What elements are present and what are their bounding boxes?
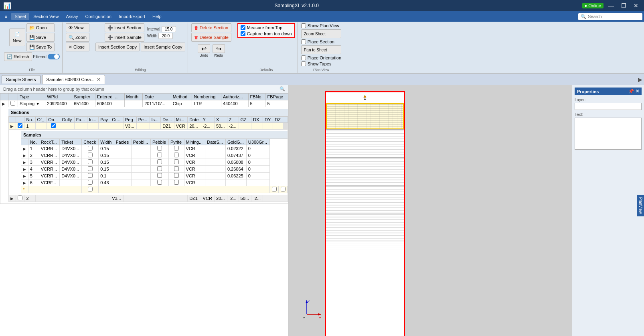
insert-sample-copy-button[interactable]: Insert Sample Copy bbox=[141, 43, 185, 51]
menu-configuration[interactable]: Configuration bbox=[82, 13, 115, 20]
sec2-checkbox[interactable] bbox=[18, 195, 22, 200]
sec-col-pe[interactable]: Pe... bbox=[136, 117, 150, 123]
redo-button[interactable]: ↪ bbox=[213, 44, 225, 53]
add-check[interactable] bbox=[88, 187, 93, 191]
samp-col-facies[interactable]: Facies bbox=[114, 139, 131, 145]
samp-check-cell-0[interactable] bbox=[82, 145, 99, 152]
sec-col-dz[interactable]: DZ bbox=[273, 117, 283, 123]
sample-row-3[interactable]: ▶ 3 VCRR... D4VX0... 0.15 VCR 0.05008 0 bbox=[21, 159, 288, 166]
sec-col-peg[interactable]: Peg bbox=[123, 117, 136, 123]
samp-col-no[interactable]: No. bbox=[28, 139, 39, 145]
sec-col-de[interactable]: De... bbox=[161, 117, 174, 123]
sec-col-gz[interactable]: GZ bbox=[239, 117, 251, 123]
close-view-button[interactable]: ✕ Close bbox=[66, 43, 89, 51]
place-section-checkbox[interactable] bbox=[301, 39, 306, 44]
sec-col-dy[interactable]: DY bbox=[263, 117, 273, 123]
col-sampler[interactable]: Sampler bbox=[72, 94, 95, 100]
save-button[interactable]: 💾 Save bbox=[26, 33, 55, 42]
search-grid-icon[interactable]: 🔍 bbox=[279, 86, 285, 92]
sec-on-cell[interactable] bbox=[47, 123, 60, 130]
samp-check-cell-1[interactable] bbox=[82, 152, 99, 159]
minimize-button[interactable]: — bbox=[606, 2, 616, 10]
tab-sampler[interactable]: Sampler: 608400 Crea... ✕ bbox=[42, 75, 105, 84]
sample-row-5[interactable]: ▶ 5 VCRR... D4VX0... 0.1 VCR 0.06225 0 bbox=[21, 173, 288, 179]
view-button[interactable]: 👁 View bbox=[66, 23, 89, 32]
menu-help[interactable]: Help bbox=[149, 13, 165, 20]
close-button[interactable]: ✕ bbox=[631, 2, 641, 10]
sec-col-mi[interactable]: Mi... bbox=[174, 117, 187, 123]
col-fbno[interactable]: FBNo bbox=[248, 94, 265, 100]
samp-expand-3[interactable]: ▶ bbox=[21, 166, 28, 173]
samp-pebble-cell-0[interactable] bbox=[150, 145, 168, 152]
samp-col-pebbl[interactable]: Pebbl... bbox=[131, 139, 150, 145]
refresh-button[interactable]: 🔄 Refresh bbox=[4, 52, 32, 61]
sec-expand[interactable]: ▶ bbox=[9, 123, 16, 130]
zoom-sheet-button[interactable]: Zoom Sheet bbox=[301, 29, 341, 38]
samp-pebble-1[interactable] bbox=[157, 153, 162, 157]
samp-pebble-cell-3[interactable] bbox=[150, 166, 168, 173]
samp-check-3[interactable] bbox=[88, 166, 93, 171]
samp-pyrite-0[interactable] bbox=[174, 146, 179, 151]
add-pyrite[interactable] bbox=[281, 187, 286, 191]
samp-expand-4[interactable]: ▶ bbox=[21, 173, 28, 179]
samp-pyrite-5[interactable] bbox=[174, 180, 179, 185]
col-month[interactable]: Month bbox=[124, 94, 143, 100]
samp-check-2[interactable] bbox=[88, 159, 93, 164]
sec-col-pay[interactable]: Pay bbox=[99, 117, 110, 123]
samp-check-cell-3[interactable] bbox=[82, 166, 99, 173]
tab-sampler-close[interactable]: ✕ bbox=[97, 77, 101, 82]
sec-col-fa[interactable]: Fa... bbox=[74, 117, 87, 123]
delete-sample-button[interactable]: 🗑 Delete Sample bbox=[191, 33, 231, 42]
samp-check-cell-2[interactable] bbox=[82, 159, 99, 166]
measure-from-top-checkbox[interactable] bbox=[241, 25, 245, 30]
sec-col-of[interactable]: Of_ bbox=[35, 117, 47, 123]
grid-container[interactable]: Type WPId Sampler Entered_... Month Date… bbox=[0, 93, 288, 336]
sec-checkbox[interactable] bbox=[18, 123, 22, 128]
samp-col-dates[interactable]: DateS... bbox=[205, 139, 226, 145]
menu-app[interactable]: ≡ bbox=[2, 13, 10, 20]
samp-pebble-cell-1[interactable] bbox=[150, 152, 168, 159]
col-fbpage[interactable]: FBPage bbox=[265, 94, 288, 100]
samp-pebble-cell-2[interactable] bbox=[150, 159, 168, 166]
samp-pyrite-cell-0[interactable] bbox=[168, 145, 184, 152]
row-checkbox[interactable] bbox=[10, 101, 15, 106]
samp-pebble-0[interactable] bbox=[157, 146, 162, 151]
samp-pyrite-4[interactable] bbox=[174, 173, 179, 178]
add-pebble[interactable] bbox=[272, 187, 277, 191]
main-table-row[interactable]: ▶ Stoping ▼ 20920400 651400 608400 2011/… bbox=[0, 100, 288, 107]
tab-sample-sheets[interactable]: Sample Sheets bbox=[2, 75, 41, 83]
sample-row-6[interactable]: ▶ 6 VCRF... 0.43 VCR bbox=[21, 179, 288, 186]
samp-expand-5[interactable]: ▶ bbox=[21, 179, 28, 186]
samp-col-u308[interactable]: U308Gr... bbox=[246, 139, 269, 145]
samp-pebble-3[interactable] bbox=[157, 166, 162, 171]
samp-expand-0[interactable]: ▶ bbox=[21, 145, 28, 152]
sec-col-or[interactable]: Or... bbox=[110, 117, 124, 123]
section-row-2[interactable]: ▶ 2 V3... DZ1 VCR 20. bbox=[9, 195, 288, 202]
undo-button[interactable]: ↩ bbox=[198, 44, 210, 53]
sec-on-checkbox[interactable] bbox=[51, 123, 56, 128]
sec-col-x[interactable]: X bbox=[215, 117, 227, 123]
samp-check-4[interactable] bbox=[88, 173, 93, 178]
samp-col-pyrite[interactable]: Pyrite bbox=[168, 139, 184, 145]
menu-section-view[interactable]: Section View bbox=[30, 13, 62, 20]
sec-col-no[interactable]: No. bbox=[24, 117, 35, 123]
sec-col-y[interactable]: Y bbox=[201, 117, 214, 123]
layer-input[interactable] bbox=[575, 103, 642, 110]
sec2-check-cell[interactable] bbox=[16, 195, 24, 202]
sec-check-cell[interactable] bbox=[16, 123, 24, 130]
open-button[interactable]: 📂 Open bbox=[26, 23, 55, 32]
insert-section-button[interactable]: ➕ Insert Section bbox=[105, 23, 144, 32]
samp-check-cell-5[interactable] bbox=[82, 179, 99, 186]
samp-pebble-5[interactable] bbox=[157, 180, 162, 185]
sample-add-row[interactable]: * bbox=[21, 186, 288, 193]
menu-sheet[interactable]: Sheet bbox=[11, 13, 29, 20]
samp-col-width[interactable]: Width bbox=[99, 139, 114, 145]
insert-sample-button[interactable]: ➕ Insert Sample bbox=[105, 33, 144, 42]
restore-button[interactable]: ❐ bbox=[619, 2, 629, 10]
samp-check-cell-4[interactable] bbox=[82, 173, 99, 179]
zoom-button[interactable]: 🔍 Zoom bbox=[66, 33, 89, 42]
properties-pin[interactable]: 📌 bbox=[628, 89, 634, 94]
sample-row-4[interactable]: ▶ 4 VCRR... D4VX0... 0.15 VCR 0.26064 0 bbox=[21, 166, 288, 173]
sec-col-on[interactable]: On... bbox=[47, 117, 60, 123]
plan-view-tab[interactable]: PlanView bbox=[637, 195, 644, 216]
